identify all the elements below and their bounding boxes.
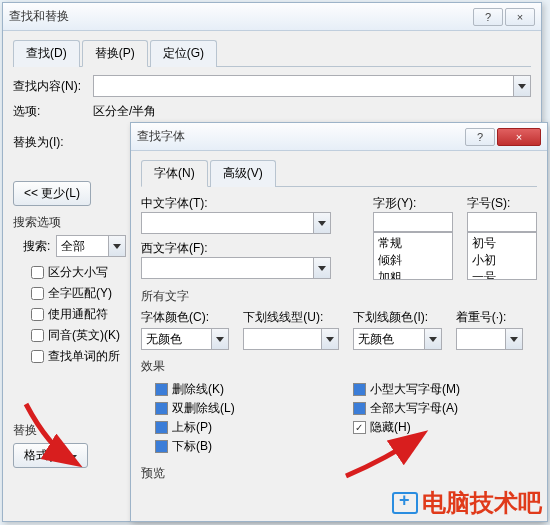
tab-advanced[interactable]: 高级(V) (210, 160, 276, 187)
chevron-down-icon (216, 337, 224, 342)
chevron-down-icon (113, 244, 121, 249)
chevron-down-icon (318, 266, 326, 271)
underline-style-label: 下划线线型(U): (243, 309, 339, 326)
font-style-label: 字形(Y): (373, 195, 453, 212)
sounds-like-checkbox[interactable] (31, 329, 44, 342)
hidden-label: 隐藏(H) (370, 419, 411, 436)
find-font-title: 查找字体 (137, 128, 463, 145)
strike-checkbox[interactable] (155, 383, 168, 396)
find-replace-title: 查找和替换 (9, 8, 471, 25)
effects-title: 效果 (141, 358, 537, 375)
find-what-input[interactable] (93, 75, 531, 97)
find-replace-titlebar: 查找和替换 ? × (3, 3, 541, 31)
match-case-checkbox[interactable] (31, 266, 44, 279)
format-button[interactable]: 格式(O) (13, 443, 88, 468)
whole-word-checkbox[interactable] (31, 287, 44, 300)
strike-label: 删除线(K) (172, 381, 224, 398)
latin-font-combo[interactable] (141, 257, 331, 279)
chevron-down-icon (429, 337, 437, 342)
options-value: 区分全/半角 (93, 103, 156, 120)
help-button[interactable]: ? (473, 8, 503, 26)
list-item[interactable]: 加粗 (378, 269, 448, 280)
preview-title: 预览 (141, 465, 537, 482)
superscript-checkbox[interactable] (155, 421, 168, 434)
font-color-label: 字体颜色(C): (141, 309, 229, 326)
search-direction-combo[interactable]: 全部 (56, 235, 126, 257)
search-direction-label: 搜索: (23, 238, 50, 255)
find-what-label: 查找内容(N): (13, 78, 93, 95)
underline-style-combo[interactable] (243, 328, 339, 350)
find-font-tabs: 字体(N) 高级(V) (141, 159, 537, 187)
emphasis-combo[interactable] (456, 328, 523, 350)
list-item[interactable]: 小初 (472, 252, 532, 269)
superscript-label: 上标(P) (172, 419, 212, 436)
font-size-list[interactable]: 初号 小初 一号 (467, 232, 537, 280)
chevron-down-icon (69, 455, 77, 460)
latin-font-label: 西文字体(F): (141, 240, 365, 257)
underline-color-label: 下划线颜色(I): (353, 309, 441, 326)
find-font-titlebar: 查找字体 ? × (131, 123, 547, 151)
emphasis-label: 着重号(·): (456, 309, 523, 326)
list-item[interactable]: 一号 (472, 269, 532, 280)
watermark: 电脑技术吧 (392, 487, 542, 519)
list-item[interactable]: 初号 (472, 235, 532, 252)
logo-icon (392, 492, 418, 514)
underline-color-combo[interactable]: 无颜色 (353, 328, 441, 350)
help-button[interactable]: ? (465, 128, 495, 146)
sounds-like-label: 同音(英文)(K) (48, 327, 120, 344)
tab-font[interactable]: 字体(N) (141, 160, 208, 187)
allcaps-label: 全部大写字母(A) (370, 400, 458, 417)
match-case-label: 区分大小写 (48, 264, 108, 281)
tab-replace[interactable]: 替换(P) (82, 40, 148, 67)
wildcard-label: 使用通配符 (48, 306, 108, 323)
chevron-down-icon (326, 337, 334, 342)
chevron-down-icon (518, 84, 526, 89)
font-style-list[interactable]: 常规 倾斜 加粗 (373, 232, 453, 280)
chevron-down-icon (318, 221, 326, 226)
font-color-combo[interactable]: 无颜色 (141, 328, 229, 350)
less-button[interactable]: << 更少(L) (13, 181, 91, 206)
options-label: 选项: (13, 103, 93, 120)
font-size-input[interactable] (467, 212, 537, 232)
font-style-input[interactable] (373, 212, 453, 232)
double-strike-checkbox[interactable] (155, 402, 168, 415)
word-forms-checkbox[interactable] (31, 350, 44, 363)
all-text-title: 所有文字 (141, 288, 537, 305)
subscript-label: 下标(B) (172, 438, 212, 455)
close-button[interactable]: × (497, 128, 541, 146)
cjk-font-label: 中文字体(T): (141, 195, 365, 212)
allcaps-checkbox[interactable] (353, 402, 366, 415)
font-size-label: 字号(S): (467, 195, 537, 212)
smallcaps-checkbox[interactable] (353, 383, 366, 396)
find-font-dialog: 查找字体 ? × 字体(N) 高级(V) 中文字体(T): 西文字体(F): 字… (130, 122, 548, 522)
close-button[interactable]: × (505, 8, 535, 26)
chevron-down-icon (510, 337, 518, 342)
tab-goto[interactable]: 定位(G) (150, 40, 217, 67)
watermark-text: 电脑技术吧 (422, 487, 542, 519)
list-item[interactable]: 常规 (378, 235, 448, 252)
hidden-checkbox[interactable] (353, 421, 366, 434)
wildcard-checkbox[interactable] (31, 308, 44, 321)
subscript-checkbox[interactable] (155, 440, 168, 453)
find-replace-tabs: 查找(D) 替换(P) 定位(G) (13, 39, 531, 67)
whole-word-label: 全字匹配(Y) (48, 285, 112, 302)
tab-find[interactable]: 查找(D) (13, 40, 80, 67)
double-strike-label: 双删除线(L) (172, 400, 235, 417)
replace-with-label: 替换为(I): (13, 134, 93, 151)
cjk-font-combo[interactable] (141, 212, 331, 234)
smallcaps-label: 小型大写字母(M) (370, 381, 460, 398)
list-item[interactable]: 倾斜 (378, 252, 448, 269)
word-forms-label: 查找单词的所 (48, 348, 120, 365)
